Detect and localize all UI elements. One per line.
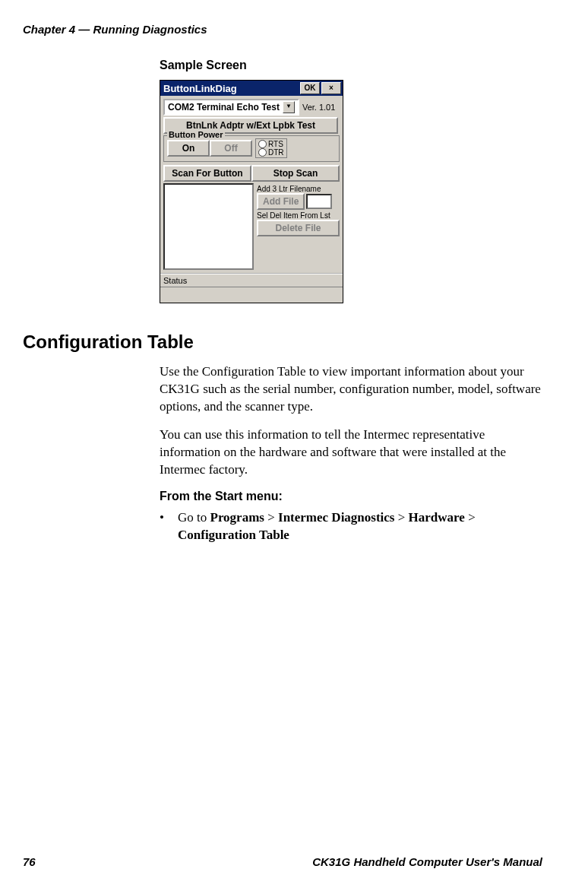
page-number: 76 xyxy=(23,855,36,868)
bullet-item: • Go to Programs > Intermec Diagnostics … xyxy=(160,509,542,544)
bullet-marker: • xyxy=(160,509,178,544)
group-label: Button Power xyxy=(167,130,225,139)
version-label: Ver. 1.01 xyxy=(302,103,335,112)
titlebar: ButtonLinkDiag OK × xyxy=(160,81,343,96)
manual-title: CK31G Handheld Computer User's Manual xyxy=(312,855,542,868)
button-power-group: Button Power On Off RTS DTR xyxy=(163,135,340,162)
status-label: Status xyxy=(160,273,343,287)
bullet-text: Go to Programs > Intermec Diagnostics > … xyxy=(178,509,476,544)
close-button[interactable]: × xyxy=(321,82,341,94)
dtr-radio[interactable] xyxy=(258,148,267,157)
on-button[interactable]: On xyxy=(167,140,210,157)
del-item-label: Sel Del Item From Lst xyxy=(257,211,340,220)
test-combo[interactable]: COM2 Terminal Echo Test ▼ xyxy=(163,99,299,116)
paragraph-2: You can use this information to tell the… xyxy=(160,426,542,479)
paragraph-1: Use the Configuration Table to view impo… xyxy=(160,363,542,416)
add-file-button[interactable]: Add File xyxy=(257,193,305,210)
window-title: ButtonLinkDiag xyxy=(163,83,299,94)
chapter-header: Chapter 4 — Running Diagnostics xyxy=(23,23,542,36)
delete-file-button[interactable]: Delete File xyxy=(257,220,340,236)
signal-radios: RTS DTR xyxy=(255,138,287,158)
stop-scan-button[interactable]: Stop Scan xyxy=(251,165,340,182)
status-bar-area xyxy=(160,287,343,303)
add-filename-label: Add 3 Ltr Filename xyxy=(257,185,340,193)
dtr-label: DTR xyxy=(268,148,284,157)
section-heading: Configuration Table xyxy=(23,331,542,353)
combo-text: COM2 Terminal Echo Test xyxy=(168,102,280,113)
chevron-down-icon[interactable]: ▼ xyxy=(283,101,295,113)
sample-screen-heading: Sample Screen xyxy=(160,59,542,72)
rts-label: RTS xyxy=(268,140,283,148)
file-listbox[interactable] xyxy=(163,183,254,270)
from-start-menu-heading: From the Start menu: xyxy=(160,490,542,503)
scan-button[interactable]: Scan For Button xyxy=(163,165,251,182)
screenshot-window: ButtonLinkDiag OK × COM2 Terminal Echo T… xyxy=(160,80,343,303)
off-button[interactable]: Off xyxy=(210,140,252,157)
filename-input[interactable] xyxy=(306,194,332,209)
rts-radio[interactable] xyxy=(258,140,267,148)
ok-button[interactable]: OK xyxy=(300,82,320,94)
